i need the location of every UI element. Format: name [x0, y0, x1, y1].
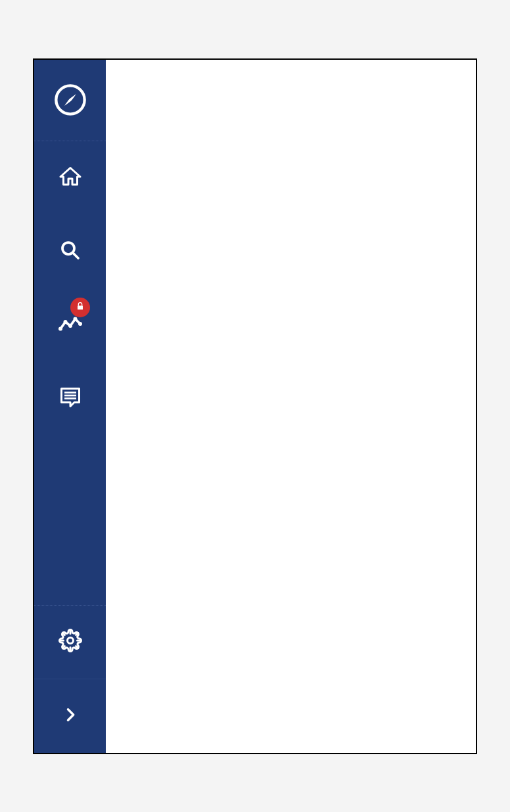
nav-item-analytics[interactable] — [34, 288, 106, 362]
svg-point-9 — [74, 317, 77, 321]
chevron-right-icon — [61, 706, 80, 727]
svg-rect-11 — [78, 305, 83, 309]
nav-item-home[interactable] — [34, 141, 106, 215]
svg-point-10 — [78, 322, 81, 325]
nav-item-settings[interactable] — [34, 606, 106, 679]
svg-point-15 — [67, 638, 73, 644]
svg-point-7 — [64, 320, 67, 323]
main-content — [106, 60, 476, 753]
comment-icon — [58, 386, 82, 412]
sidebar-nav — [34, 141, 106, 605]
sidebar-header[interactable] — [34, 60, 106, 141]
lock-badge — [70, 298, 90, 317]
svg-point-8 — [68, 324, 72, 327]
sidebar — [34, 60, 106, 753]
svg-point-6 — [58, 327, 62, 330]
nav-item-comment[interactable] — [34, 362, 106, 436]
nav-item-search[interactable] — [34, 215, 106, 288]
svg-marker-3 — [64, 94, 76, 105]
lock-icon — [75, 301, 85, 314]
compass-icon — [53, 83, 87, 117]
app-window — [33, 58, 477, 754]
svg-line-5 — [72, 252, 78, 258]
sidebar-footer — [34, 605, 106, 753]
search-icon — [58, 238, 82, 265]
settings-icon — [58, 629, 82, 655]
home-icon — [58, 165, 82, 191]
nav-item-expand[interactable] — [34, 679, 106, 753]
